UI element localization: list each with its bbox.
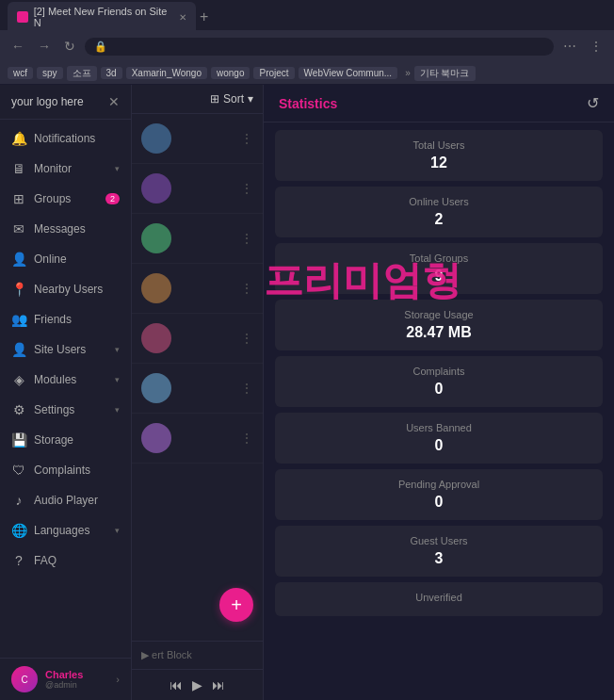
- bookmark-xamarin[interactable]: Xamarin_Wongo: [126, 67, 207, 79]
- bookmark-extra[interactable]: 기타 북마크: [414, 66, 476, 81]
- insert-block-text: ▶: [141, 649, 152, 660]
- list-item: ⋮: [132, 314, 263, 364]
- avatar: C: [11, 666, 38, 692]
- bookmark-wongo[interactable]: wongo: [211, 67, 250, 79]
- faq-icon: ?: [11, 553, 26, 568]
- sidebar-label-online: Online: [34, 252, 67, 266]
- audio-next-button[interactable]: ⏭: [212, 677, 225, 692]
- groups-icon: ⊞: [11, 191, 26, 206]
- sidebar-item-faq[interactable]: ? FAQ: [0, 545, 131, 576]
- tab-close-icon[interactable]: ✕: [179, 12, 186, 23]
- stat-card-total-groups: Total Groups 9: [275, 243, 603, 294]
- list-item: ⋮: [132, 414, 263, 464]
- address-bar: 🔒 live.grupochat.co: [85, 38, 554, 56]
- item-avatar: [141, 223, 171, 253]
- stat-label-unverified: Unverified: [288, 592, 590, 603]
- nearby-icon: 📍: [11, 282, 26, 297]
- sidebar-item-groups[interactable]: ⊞ Groups 2: [0, 184, 131, 214]
- logo-area: your logo here ✕: [0, 85, 131, 120]
- stat-label-complaints: Complaints: [288, 366, 590, 377]
- add-button[interactable]: +: [219, 588, 253, 622]
- sidebar-item-languages[interactable]: 🌐 Languages ▾: [0, 515, 131, 545]
- sidebar-footer: C Charles @admin ›: [0, 658, 131, 700]
- content-columns: 프리미엄형 ⊞ Sort ▾ ⋮ ⋮: [132, 85, 614, 700]
- stat-value-complaints: 0: [288, 381, 590, 398]
- languages-icon: 🌐: [11, 523, 26, 538]
- bookmark-so[interactable]: 소프: [67, 66, 97, 81]
- chevron-down-icon: ▾: [115, 164, 120, 173]
- list-item: ⋮: [132, 114, 263, 164]
- sidebar-item-settings[interactable]: ⚙ Settings ▾: [0, 395, 131, 425]
- sidebar-item-nearby-users[interactable]: 📍 Nearby Users: [0, 274, 131, 304]
- settings-icon: ⚙: [11, 402, 26, 417]
- refresh-button[interactable]: ↺: [587, 94, 599, 112]
- messages-icon: ✉: [11, 221, 26, 236]
- item-menu-icon[interactable]: ⋮: [240, 181, 253, 196]
- sidebar-item-monitor[interactable]: 🖥 Monitor ▾: [0, 154, 131, 184]
- back-button[interactable]: ←: [8, 37, 28, 56]
- bookmark-project[interactable]: Project: [253, 67, 294, 79]
- menu-button[interactable]: ⋮: [586, 37, 606, 56]
- sidebar-item-complaints[interactable]: 🛡 Complaints: [0, 455, 131, 485]
- user-info[interactable]: C Charles @admin ›: [11, 666, 120, 692]
- chevron-down-icon-4: ▾: [115, 405, 120, 415]
- item-menu-icon[interactable]: ⋮: [240, 331, 253, 346]
- stats-header: Statistics ↺: [264, 85, 614, 122]
- audio-play-button[interactable]: ▶: [192, 677, 202, 692]
- sidebar-item-friends[interactable]: 👥 Friends: [0, 304, 131, 334]
- bookmark-3d[interactable]: 3d: [101, 67, 122, 79]
- stat-card-pending: Pending Approval 0: [275, 469, 603, 520]
- more-bookmarks[interactable]: »: [405, 68, 411, 78]
- extensions-button[interactable]: ⋯: [559, 37, 580, 56]
- stat-label-storage: Storage Usage: [288, 309, 590, 320]
- url-input[interactable]: live.grupochat.co: [113, 41, 544, 52]
- item-menu-icon[interactable]: ⋮: [240, 381, 253, 396]
- friends-icon: 👥: [11, 312, 26, 327]
- sidebar-label-complaints: Complaints: [34, 464, 90, 477]
- item-menu-icon[interactable]: ⋮: [240, 431, 253, 446]
- reload-button[interactable]: ↻: [60, 37, 79, 56]
- insert-block-label: ert Block: [152, 649, 192, 660]
- item-menu-icon[interactable]: ⋮: [240, 131, 253, 146]
- sidebar-item-online[interactable]: 👤 Online: [0, 244, 131, 274]
- audio-controls: ⏮ ▶ ⏭: [132, 669, 263, 700]
- item-menu-icon[interactable]: ⋮: [240, 231, 253, 246]
- chevron-down-icon-2: ▾: [115, 345, 120, 354]
- sort-icon: ⊞: [210, 92, 219, 106]
- browser-tab[interactable]: [2] Meet New Friends on Site N ✕: [8, 2, 196, 32]
- tab-favicon: [17, 11, 28, 23]
- monitor-icon: 🖥: [11, 161, 26, 176]
- chevron-down-icon-3: ▾: [115, 375, 120, 384]
- sidebar-item-modules[interactable]: ◈ Modules ▾: [0, 365, 131, 395]
- sidebar-label-audio: Audio Player: [34, 494, 98, 507]
- notifications-icon: 🔔: [11, 131, 26, 146]
- sidebar-label-monitor: Monitor: [34, 162, 72, 175]
- sidebar-label-nearby: Nearby Users: [34, 283, 103, 296]
- sidebar-label-notifications: Notifications: [34, 132, 95, 145]
- stat-value-pending: 0: [288, 494, 590, 511]
- new-tab-icon[interactable]: +: [200, 8, 208, 25]
- list-item: ⋮: [132, 364, 263, 414]
- bookmark-webview[interactable]: WebView Commun...: [299, 67, 398, 79]
- stat-label-total-users: Total Users: [288, 139, 590, 151]
- app-container: your logo here ✕ 🔔 Notifications 🖥 Monit…: [0, 85, 614, 700]
- modules-icon: ◈: [11, 372, 26, 387]
- forward-button[interactable]: →: [34, 37, 55, 56]
- browser-chrome: [2] Meet New Friends on Site N ✕ + ← → ↻…: [0, 0, 614, 85]
- sidebar-item-messages[interactable]: ✉ Messages: [0, 214, 131, 244]
- stat-label-online-users: Online Users: [288, 196, 590, 207]
- sidebar-item-notifications[interactable]: 🔔 Notifications: [0, 123, 131, 154]
- sidebar-close-icon[interactable]: ✕: [108, 94, 120, 109]
- sidebar-item-storage[interactable]: 💾 Storage: [0, 425, 131, 455]
- bookmark-spy[interactable]: spy: [37, 67, 63, 79]
- sort-button[interactable]: ⊞ Sort ▾: [210, 92, 253, 106]
- audio-prev-button[interactable]: ⏮: [170, 677, 183, 692]
- bookmark-wcf[interactable]: wcf: [8, 67, 33, 79]
- lock-icon: 🔒: [94, 41, 107, 53]
- audio-icon: ♪: [11, 493, 26, 508]
- stat-value-storage: 28.47 MB: [288, 324, 590, 341]
- item-menu-icon[interactable]: ⋮: [240, 281, 253, 296]
- sidebar-item-site-users[interactable]: 👤 Site Users ▾: [0, 334, 131, 365]
- sidebar-item-audio-player[interactable]: ♪ Audio Player: [0, 485, 131, 515]
- sort-label: Sort: [223, 92, 244, 106]
